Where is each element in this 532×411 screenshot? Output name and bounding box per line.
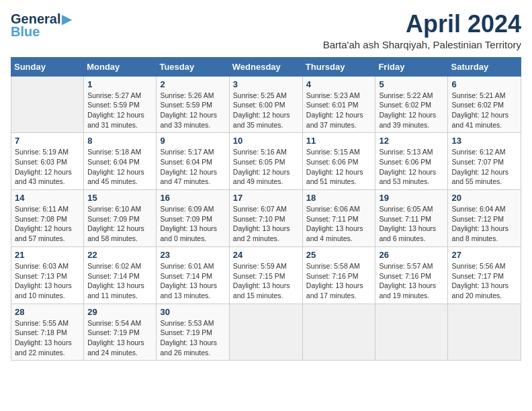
calendar-cell	[448, 304, 521, 361]
calendar-cell: 7Sunrise: 5:19 AM Sunset: 6:03 PM Daylig…	[11, 133, 84, 190]
day-info: Sunrise: 6:01 AM Sunset: 7:14 PM Dayligh…	[160, 261, 225, 301]
calendar-cell: 5Sunrise: 5:22 AM Sunset: 6:02 PM Daylig…	[375, 76, 448, 133]
calendar-cell: 10Sunrise: 5:16 AM Sunset: 6:05 PM Dayli…	[229, 133, 302, 190]
day-number: 17	[233, 193, 299, 203]
day-info: Sunrise: 5:16 AM Sunset: 6:05 PM Dayligh…	[233, 147, 299, 187]
weekday-header-wednesday: Wednesday	[229, 57, 302, 76]
calendar-cell: 18Sunrise: 6:06 AM Sunset: 7:11 PM Dayli…	[302, 190, 375, 247]
day-info: Sunrise: 5:27 AM Sunset: 5:59 PM Dayligh…	[87, 91, 152, 130]
title-section: April 2024 Barta'ah ash Sharqiyah, Pales…	[323, 11, 521, 50]
calendar-cell: 11Sunrise: 5:15 AM Sunset: 6:06 PM Dayli…	[302, 133, 375, 190]
month-title: April 2024	[323, 11, 521, 38]
calendar-cell: 24Sunrise: 5:59 AM Sunset: 7:15 PM Dayli…	[229, 246, 302, 304]
day-info: Sunrise: 6:09 AM Sunset: 7:09 PM Dayligh…	[160, 204, 225, 244]
day-info: Sunrise: 5:23 AM Sunset: 6:01 PM Dayligh…	[306, 91, 372, 130]
weekday-header-tuesday: Tuesday	[157, 57, 229, 76]
day-number: 5	[379, 79, 444, 89]
calendar-cell	[375, 304, 448, 361]
day-info: Sunrise: 6:07 AM Sunset: 7:10 PM Dayligh…	[233, 204, 299, 244]
calendar-cell: 9Sunrise: 5:17 AM Sunset: 6:04 PM Daylig…	[157, 133, 229, 190]
calendar-cell: 20Sunrise: 6:04 AM Sunset: 7:12 PM Dayli…	[448, 190, 521, 247]
calendar-cell: 19Sunrise: 6:05 AM Sunset: 7:11 PM Dayli…	[375, 190, 448, 247]
weekday-header-sunday: Sunday	[11, 57, 84, 76]
day-info: Sunrise: 5:17 AM Sunset: 6:04 PM Dayligh…	[160, 147, 225, 187]
calendar-body: 1Sunrise: 5:27 AM Sunset: 5:59 PM Daylig…	[11, 76, 521, 361]
calendar-cell: 17Sunrise: 6:07 AM Sunset: 7:10 PM Dayli…	[229, 190, 302, 247]
day-number: 27	[451, 250, 517, 260]
calendar-cell: 28Sunrise: 5:55 AM Sunset: 7:18 PM Dayli…	[11, 304, 84, 361]
calendar-cell: 30Sunrise: 5:53 AM Sunset: 7:19 PM Dayli…	[157, 304, 229, 361]
calendar-week-3: 14Sunrise: 6:11 AM Sunset: 7:08 PM Dayli…	[11, 190, 521, 247]
day-info: Sunrise: 6:03 AM Sunset: 7:13 PM Dayligh…	[15, 261, 80, 301]
calendar-cell	[11, 76, 84, 133]
day-info: Sunrise: 6:02 AM Sunset: 7:14 PM Dayligh…	[87, 261, 152, 301]
calendar-cell: 4Sunrise: 5:23 AM Sunset: 6:01 PM Daylig…	[302, 76, 375, 133]
day-info: Sunrise: 5:19 AM Sunset: 6:03 PM Dayligh…	[15, 147, 80, 187]
day-number: 14	[15, 193, 80, 203]
day-info: Sunrise: 6:11 AM Sunset: 7:08 PM Dayligh…	[15, 204, 80, 244]
day-number: 25	[306, 250, 372, 260]
calendar-cell: 23Sunrise: 6:01 AM Sunset: 7:14 PM Dayli…	[157, 246, 229, 304]
day-info: Sunrise: 5:21 AM Sunset: 6:02 PM Dayligh…	[451, 91, 517, 130]
calendar-cell: 22Sunrise: 6:02 AM Sunset: 7:14 PM Dayli…	[84, 246, 157, 304]
page-header: General ▶ Blue April 2024 Barta'ah ash S…	[11, 11, 521, 50]
day-info: Sunrise: 5:26 AM Sunset: 5:59 PM Dayligh…	[160, 91, 225, 130]
calendar-cell	[229, 304, 302, 361]
calendar-cell: 26Sunrise: 5:57 AM Sunset: 7:16 PM Dayli…	[375, 246, 448, 304]
day-number: 21	[15, 250, 80, 260]
calendar-cell: 27Sunrise: 5:56 AM Sunset: 7:17 PM Dayli…	[448, 246, 521, 304]
day-info: Sunrise: 6:05 AM Sunset: 7:11 PM Dayligh…	[379, 204, 444, 244]
day-number: 26	[379, 250, 444, 260]
day-info: Sunrise: 6:10 AM Sunset: 7:09 PM Dayligh…	[87, 204, 152, 244]
day-info: Sunrise: 5:53 AM Sunset: 7:19 PM Dayligh…	[160, 318, 225, 358]
day-number: 4	[306, 79, 372, 89]
location-title: Barta'ah ash Sharqiyah, Palestinian Terr…	[323, 39, 521, 50]
calendar-cell: 13Sunrise: 6:12 AM Sunset: 7:07 PM Dayli…	[448, 133, 521, 190]
day-number: 22	[87, 250, 152, 260]
weekday-header-friday: Friday	[375, 57, 448, 76]
calendar-cell: 2Sunrise: 5:26 AM Sunset: 5:59 PM Daylig…	[157, 76, 229, 133]
calendar-cell: 21Sunrise: 6:03 AM Sunset: 7:13 PM Dayli…	[11, 246, 84, 304]
calendar-cell: 8Sunrise: 5:18 AM Sunset: 6:04 PM Daylig…	[84, 133, 157, 190]
day-info: Sunrise: 5:57 AM Sunset: 7:16 PM Dayligh…	[379, 261, 444, 301]
calendar-cell: 1Sunrise: 5:27 AM Sunset: 5:59 PM Daylig…	[84, 76, 157, 133]
calendar-cell: 16Sunrise: 6:09 AM Sunset: 7:09 PM Dayli…	[157, 190, 229, 247]
day-number: 8	[87, 136, 152, 146]
day-number: 23	[160, 250, 225, 260]
day-number: 12	[379, 136, 444, 146]
day-info: Sunrise: 5:55 AM Sunset: 7:18 PM Dayligh…	[15, 318, 80, 358]
day-number: 3	[233, 79, 299, 89]
day-info: Sunrise: 5:59 AM Sunset: 7:15 PM Dayligh…	[233, 261, 299, 301]
day-info: Sunrise: 6:06 AM Sunset: 7:11 PM Dayligh…	[306, 204, 372, 244]
day-info: Sunrise: 5:56 AM Sunset: 7:17 PM Dayligh…	[451, 261, 517, 301]
day-number: 2	[160, 79, 225, 89]
day-number: 10	[233, 136, 299, 146]
day-number: 11	[306, 136, 372, 146]
calendar-table: SundayMondayTuesdayWednesdayThursdayFrid…	[11, 57, 521, 361]
logo-text-blue: Blue	[11, 24, 40, 40]
day-info: Sunrise: 5:18 AM Sunset: 6:04 PM Dayligh…	[87, 147, 152, 187]
day-info: Sunrise: 6:12 AM Sunset: 7:07 PM Dayligh…	[451, 147, 517, 187]
calendar-cell: 6Sunrise: 5:21 AM Sunset: 6:02 PM Daylig…	[448, 76, 521, 133]
day-number: 16	[160, 193, 225, 203]
day-info: Sunrise: 5:54 AM Sunset: 7:19 PM Dayligh…	[87, 318, 152, 358]
weekday-header-thursday: Thursday	[302, 57, 375, 76]
day-info: Sunrise: 5:22 AM Sunset: 6:02 PM Dayligh…	[379, 91, 444, 130]
day-info: Sunrise: 5:15 AM Sunset: 6:06 PM Dayligh…	[306, 147, 372, 187]
calendar-header: SundayMondayTuesdayWednesdayThursdayFrid…	[11, 57, 521, 76]
day-number: 15	[87, 193, 152, 203]
day-number: 9	[160, 136, 225, 146]
calendar-cell	[302, 304, 375, 361]
calendar-cell: 29Sunrise: 5:54 AM Sunset: 7:19 PM Dayli…	[84, 304, 157, 361]
day-number: 18	[306, 193, 372, 203]
calendar-cell: 12Sunrise: 5:13 AM Sunset: 6:06 PM Dayli…	[375, 133, 448, 190]
day-number: 24	[233, 250, 299, 260]
calendar-cell: 14Sunrise: 6:11 AM Sunset: 7:08 PM Dayli…	[11, 190, 84, 247]
day-info: Sunrise: 5:58 AM Sunset: 7:16 PM Dayligh…	[306, 261, 372, 301]
logo: General ▶ Blue	[11, 11, 72, 40]
logo-bird-icon: ▶	[62, 11, 72, 27]
weekday-header-monday: Monday	[84, 57, 157, 76]
day-info: Sunrise: 5:25 AM Sunset: 6:00 PM Dayligh…	[233, 91, 299, 130]
calendar-cell: 3Sunrise: 5:25 AM Sunset: 6:00 PM Daylig…	[229, 76, 302, 133]
day-number: 13	[451, 136, 517, 146]
